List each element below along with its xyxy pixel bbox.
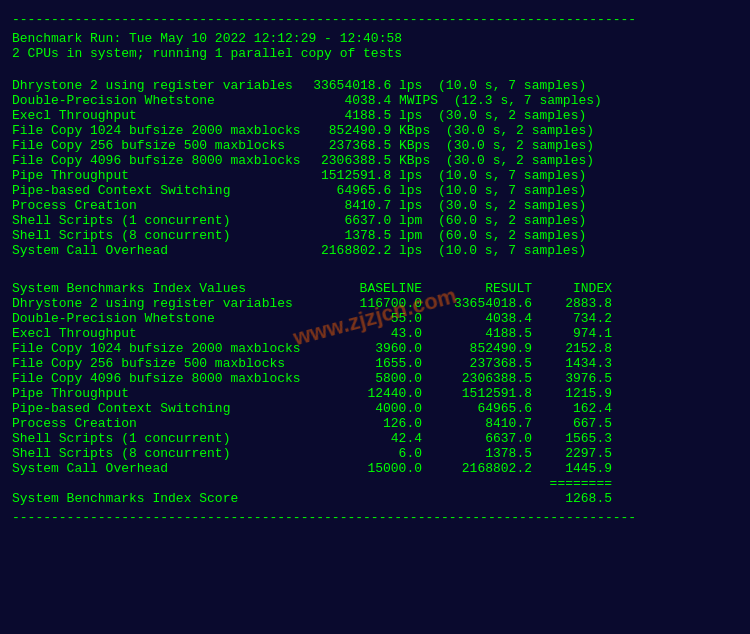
benchmark-value: 8410.7 lps (30.0 s, 2 samples) bbox=[282, 198, 586, 213]
td-index: 974.1 bbox=[532, 326, 612, 341]
th-baseline: BASELINE bbox=[312, 281, 422, 296]
td-index: 1434.3 bbox=[532, 356, 612, 371]
benchmark-row: Pipe Throughput 1512591.8 lps (10.0 s, 7… bbox=[12, 168, 738, 183]
td-baseline: 5800.0 bbox=[312, 371, 422, 386]
benchmark-row: Execl Throughput 4188.5 lps (30.0 s, 2 s… bbox=[12, 108, 738, 123]
header-line1: Benchmark Run: Tue May 10 2022 12:12:29 … bbox=[12, 31, 738, 46]
benchmark-label: Process Creation bbox=[12, 198, 282, 213]
table-row: Pipe Throughput 12440.0 1512591.8 1215.9 bbox=[12, 386, 738, 401]
td-label: Execl Throughput bbox=[12, 326, 312, 341]
table-row: Process Creation 126.0 8410.7 667.5 bbox=[12, 416, 738, 431]
benchmark-value: 1512591.8 lps (10.0 s, 7 samples) bbox=[282, 168, 586, 183]
benchmark-label: File Copy 1024 bufsize 2000 maxblocks bbox=[12, 123, 282, 138]
benchmark-row: Shell Scripts (8 concurrent) 1378.5 lpm … bbox=[12, 228, 738, 243]
table-header-row: System Benchmarks Index Values BASELINE … bbox=[12, 281, 738, 296]
td-index: 2297.5 bbox=[532, 446, 612, 461]
td-index: 2883.8 bbox=[532, 296, 612, 311]
td-label: File Copy 256 bufsize 500 maxblocks bbox=[12, 356, 312, 371]
td-label: Pipe-based Context Switching bbox=[12, 401, 312, 416]
benchmark-label: Dhrystone 2 using register variables bbox=[12, 78, 282, 93]
benchmark-value: 4038.4 MWIPS (12.3 s, 7 samples) bbox=[282, 93, 602, 108]
benchmark-results: Dhrystone 2 using register variables 336… bbox=[12, 78, 738, 258]
table-row: Execl Throughput 43.0 4188.5 974.1 bbox=[12, 326, 738, 341]
table-row: Double-Precision Whetstone 55.0 4038.4 7… bbox=[12, 311, 738, 326]
td-result: 237368.5 bbox=[422, 356, 532, 371]
table-row: File Copy 256 bufsize 500 maxblocks 1655… bbox=[12, 356, 738, 371]
divider-bottom: ----------------------------------------… bbox=[12, 510, 738, 525]
benchmark-label: Pipe Throughput bbox=[12, 168, 282, 183]
td-baseline: 15000.0 bbox=[312, 461, 422, 476]
table-row: Shell Scripts (1 concurrent) 42.4 6637.0… bbox=[12, 431, 738, 446]
td-result: 4188.5 bbox=[422, 326, 532, 341]
divider-top: ----------------------------------------… bbox=[12, 12, 738, 27]
table-row: Pipe-based Context Switching 4000.0 6496… bbox=[12, 401, 738, 416]
benchmark-value: 6637.0 lpm (60.0 s, 2 samples) bbox=[282, 213, 586, 228]
td-baseline: 43.0 bbox=[312, 326, 422, 341]
score-value: 1268.5 bbox=[532, 491, 612, 506]
td-label: Pipe Throughput bbox=[12, 386, 312, 401]
td-result: 852490.9 bbox=[422, 341, 532, 356]
th-index: INDEX bbox=[532, 281, 612, 296]
td-label: Shell Scripts (8 concurrent) bbox=[12, 446, 312, 461]
table-row: Shell Scripts (8 concurrent) 6.0 1378.5 … bbox=[12, 446, 738, 461]
td-label: File Copy 4096 bufsize 8000 maxblocks bbox=[12, 371, 312, 386]
td-label: Double-Precision Whetstone bbox=[12, 311, 312, 326]
eq-spacer bbox=[12, 476, 532, 491]
td-baseline: 126.0 bbox=[312, 416, 422, 431]
benchmark-value: 237368.5 KBps (30.0 s, 2 samples) bbox=[282, 138, 594, 153]
td-label: System Call Overhead bbox=[12, 461, 312, 476]
benchmark-label: Shell Scripts (1 concurrent) bbox=[12, 213, 282, 228]
td-label: Dhrystone 2 using register variables bbox=[12, 296, 312, 311]
td-index: 1565.3 bbox=[532, 431, 612, 446]
td-baseline: 6.0 bbox=[312, 446, 422, 461]
td-baseline: 1655.0 bbox=[312, 356, 422, 371]
benchmark-value: 33654018.6 lps (10.0 s, 7 samples) bbox=[282, 78, 586, 93]
table-row: File Copy 1024 bufsize 2000 maxblocks 39… bbox=[12, 341, 738, 356]
benchmark-row: System Call Overhead 2168802.2 lps (10.0… bbox=[12, 243, 738, 258]
benchmark-row: File Copy 1024 bufsize 2000 maxblocks 85… bbox=[12, 123, 738, 138]
td-index: 3976.5 bbox=[532, 371, 612, 386]
benchmark-row: Pipe-based Context Switching 64965.6 lps… bbox=[12, 183, 738, 198]
benchmark-row: Double-Precision Whetstone 4038.4 MWIPS … bbox=[12, 93, 738, 108]
equals-value: ======== bbox=[532, 476, 612, 491]
benchmark-label: Pipe-based Context Switching bbox=[12, 183, 282, 198]
td-baseline: 3960.0 bbox=[312, 341, 422, 356]
score-label: System Benchmarks Index Score bbox=[12, 491, 532, 506]
benchmark-value: 1378.5 lpm (60.0 s, 2 samples) bbox=[282, 228, 586, 243]
td-baseline: 55.0 bbox=[312, 311, 422, 326]
td-index: 734.2 bbox=[532, 311, 612, 326]
header-section: Benchmark Run: Tue May 10 2022 12:12:29 … bbox=[12, 31, 738, 61]
benchmark-value: 2306388.5 KBps (30.0 s, 2 samples) bbox=[282, 153, 594, 168]
table-row: Dhrystone 2 using register variables 116… bbox=[12, 296, 738, 311]
table-row: System Call Overhead 15000.0 2168802.2 1… bbox=[12, 461, 738, 476]
td-result: 4038.4 bbox=[422, 311, 532, 326]
table-row: File Copy 4096 bufsize 8000 maxblocks 58… bbox=[12, 371, 738, 386]
td-result: 2306388.5 bbox=[422, 371, 532, 386]
benchmark-value: 4188.5 lps (30.0 s, 2 samples) bbox=[282, 108, 586, 123]
benchmark-label: File Copy 4096 bufsize 8000 maxblocks bbox=[12, 153, 282, 168]
td-label: Process Creation bbox=[12, 416, 312, 431]
td-label: File Copy 1024 bufsize 2000 maxblocks bbox=[12, 341, 312, 356]
td-index: 1445.9 bbox=[532, 461, 612, 476]
td-index: 667.5 bbox=[532, 416, 612, 431]
td-baseline: 116700.0 bbox=[312, 296, 422, 311]
td-result: 8410.7 bbox=[422, 416, 532, 431]
td-baseline: 12440.0 bbox=[312, 386, 422, 401]
td-index: 2152.8 bbox=[532, 341, 612, 356]
benchmark-value: 852490.9 KBps (30.0 s, 2 samples) bbox=[282, 123, 594, 138]
td-result: 64965.6 bbox=[422, 401, 532, 416]
td-index: 1215.9 bbox=[532, 386, 612, 401]
benchmark-value: 2168802.2 lps (10.0 s, 7 samples) bbox=[282, 243, 586, 258]
td-index: 162.4 bbox=[532, 401, 612, 416]
benchmark-label: File Copy 256 bufsize 500 maxblocks bbox=[12, 138, 282, 153]
benchmark-row: Process Creation 8410.7 lps (30.0 s, 2 s… bbox=[12, 198, 738, 213]
td-result: 1512591.8 bbox=[422, 386, 532, 401]
td-result: 1378.5 bbox=[422, 446, 532, 461]
header-line2: 2 CPUs in system; running 1 parallel cop… bbox=[12, 46, 738, 61]
index-table: System Benchmarks Index Values BASELINE … bbox=[12, 281, 738, 506]
equals-line: ======== bbox=[12, 476, 738, 491]
benchmark-value: 64965.6 lps (10.0 s, 7 samples) bbox=[282, 183, 586, 198]
td-result: 33654018.6 bbox=[422, 296, 532, 311]
td-result: 6637.0 bbox=[422, 431, 532, 446]
benchmark-label: Double-Precision Whetstone bbox=[12, 93, 282, 108]
